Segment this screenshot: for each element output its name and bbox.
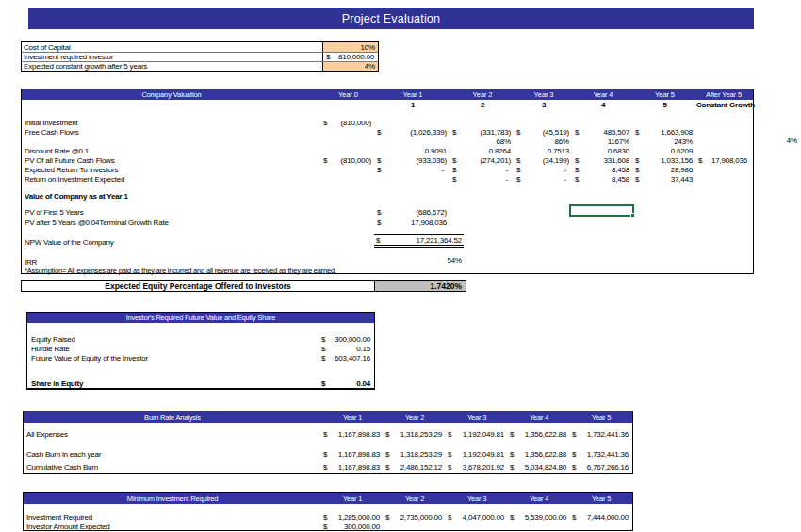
pv-y4-cell[interactable]: $331,608 xyxy=(573,156,633,165)
equity-raised-cell[interactable]: $300,000.00 xyxy=(319,335,374,344)
all-expenses-y5-cell[interactable]: $1,732,441.36 xyxy=(570,430,632,439)
growth-after-5y-cell[interactable]: 4% xyxy=(322,62,378,71)
discount-y1-cell[interactable]: 0.9091 xyxy=(375,147,450,155)
cumulative-y3-cell[interactable]: $3,678,201.92 xyxy=(446,463,508,472)
discount-y3-cell[interactable]: 0.7513 xyxy=(515,147,573,155)
roi-y2-cell[interactable]: $- xyxy=(450,175,515,184)
growth-percent-row: 68% 86% 1167% 243% xyxy=(22,137,753,146)
all-expenses-y3-cell[interactable]: $1,192,049.81 xyxy=(446,430,508,439)
pv-first5-cell[interactable]: $(686,672) xyxy=(375,208,450,217)
growth-pct-y5-cell[interactable]: 243% xyxy=(633,137,696,146)
currency-symbol: $ xyxy=(377,166,381,174)
cash-burn-y2-cell[interactable]: $1,318,253.29 xyxy=(384,450,446,459)
cumulative-y4-cell[interactable]: $5,034,824.80 xyxy=(508,463,570,472)
irr-value-cell[interactable]: 54% xyxy=(377,256,462,265)
inv-required-y2-cell[interactable]: $2,735,000.00 xyxy=(384,513,446,522)
exp-return-y3-cell[interactable]: $- xyxy=(515,166,573,174)
investment-required-cell[interactable]: $ 810,000.00 xyxy=(322,53,378,61)
inv-required-y1-cell[interactable]: $1,285,000.00 xyxy=(321,513,384,522)
growth-pct-y2-cell[interactable]: 68% xyxy=(450,137,515,146)
exp-return-y4-cell[interactable]: $8,458 xyxy=(573,166,633,174)
equity-offer-value-cell[interactable]: 1.7420% xyxy=(374,281,466,291)
min-investment-header-row: Minimum Investment Required Year 1 Year … xyxy=(24,493,632,504)
all-expenses-y4-cell[interactable]: $1,356,622.88 xyxy=(508,430,570,439)
pv-y0-cell[interactable]: $(810,000) xyxy=(321,156,375,165)
cash-burn-y4-cell[interactable]: $1,356,622.88 xyxy=(508,450,570,459)
share-in-equity-cell[interactable]: $0.04 xyxy=(319,379,374,388)
equity-offer-strip: Expected Equity Percentage Offered to In… xyxy=(21,280,466,292)
growth-pct-y4-cell[interactable]: 1167% xyxy=(573,137,633,146)
fcf-y4-cell[interactable]: $485,507 xyxy=(573,128,633,137)
fcf-y5-cell[interactable]: $1,663,908 xyxy=(633,128,696,137)
exp-return-y5-cell[interactable]: $28,986 xyxy=(633,166,696,174)
pv-after-y5-cell[interactable]: $17,908,036 xyxy=(696,156,751,165)
col-year1: Year 1 xyxy=(375,90,450,99)
discount-y2-cell[interactable]: 0.8264 xyxy=(450,147,515,155)
cumulative-y1-cell[interactable]: $1,167,898.83 xyxy=(321,463,384,472)
fcf-y1-cell[interactable]: $(1,026,339) xyxy=(375,128,450,137)
currency-symbol: $ xyxy=(385,513,389,522)
discount-y5-cell[interactable]: 0.6209 xyxy=(633,147,696,155)
col-year5: Year 5 xyxy=(570,494,632,503)
pv-y3-cell[interactable]: $(34,199) xyxy=(515,156,573,165)
cash-burn-y1-cell[interactable]: $1,167,898.83 xyxy=(321,450,384,459)
spacer xyxy=(22,184,753,191)
row-label: PV Of all Future Cash Flows xyxy=(22,156,321,165)
inv-required-y5-cell[interactable]: $7,444,000.00 xyxy=(570,513,632,522)
col-year5: Year 5 xyxy=(633,90,696,99)
cash-burn-y5-cell[interactable]: $1,732,441.36 xyxy=(570,450,632,459)
all-expenses-y2-cell[interactable]: $1,318,253.29 xyxy=(384,430,446,439)
exp-return-y1-cell[interactable]: $- xyxy=(375,166,450,174)
currency-symbol: $ xyxy=(575,128,579,137)
currency-symbol: $ xyxy=(385,430,389,439)
inv-required-y4-cell[interactable]: $5,539,000.00 xyxy=(508,513,570,522)
currency-symbol: $ xyxy=(575,175,579,184)
all-expenses-y1-cell[interactable]: $1,167,898.83 xyxy=(321,430,384,439)
pv-y1-cell[interactable]: $(933,036) xyxy=(375,156,450,165)
npw-value-cell[interactable]: $ 17,221,364.52 xyxy=(374,234,464,248)
initial-investment-y0-cell[interactable]: $ (810,000) xyxy=(321,119,375,127)
pv-y5-cell[interactable]: $1,033,156 xyxy=(633,156,696,165)
pv-after5-cell[interactable]: $17,908,036 xyxy=(375,218,450,227)
year2-number: 2 xyxy=(450,101,515,109)
row-label: Initial Investment xyxy=(22,119,321,127)
future-value-cell[interactable]: $603,407.16 xyxy=(319,354,374,363)
fill-handle[interactable] xyxy=(630,213,635,218)
row-label: Equity Raised xyxy=(27,335,319,344)
col-year4: Year 4 xyxy=(508,494,570,503)
after-year5-growth-pct-cell[interactable]: 4% xyxy=(754,137,797,145)
inv-required-y3-cell[interactable]: $4,047,000.00 xyxy=(446,513,508,522)
assumption-note-row: *Assumption= All expenses are paid as th… xyxy=(22,266,753,275)
roi-y3-cell[interactable]: $- xyxy=(515,175,573,184)
fcf-y2-cell[interactable]: $(331,783) xyxy=(450,128,515,137)
row-label: Investor Amount Expected xyxy=(24,523,321,531)
cash-burn-y3-cell[interactable]: $1,192,049.81 xyxy=(446,450,508,459)
hurdle-rate-cell[interactable]: $0.15 xyxy=(319,345,374,353)
row-label: Cumulative Cash Burn xyxy=(24,463,321,472)
cumulative-y5-cell[interactable]: $6,767,266.16 xyxy=(570,463,632,472)
currency-symbol: $ xyxy=(516,166,520,174)
pv-y2-cell[interactable]: $(274,201) xyxy=(450,156,515,165)
row-label: PV of First 5 Years xyxy=(22,208,321,217)
currency-symbol: $ xyxy=(516,175,520,184)
investor-amount-y1-cell[interactable]: $300,000.00 xyxy=(321,523,384,531)
year5-number: 5 xyxy=(633,101,696,109)
table-row: Cost of Capital 10% xyxy=(22,42,378,52)
roi-y5-cell[interactable]: $37,443 xyxy=(633,175,696,184)
currency-symbol: $ xyxy=(572,450,576,459)
fcf-y3-cell[interactable]: $(45,519) xyxy=(515,128,573,137)
discount-y4-cell[interactable]: 0.6830 xyxy=(573,147,633,155)
selected-cell[interactable] xyxy=(569,204,634,217)
assumptions-table: Cost of Capital 10% Investment required … xyxy=(21,41,379,72)
col-year2: Year 2 xyxy=(450,90,515,99)
exp-return-y2-cell[interactable]: $- xyxy=(450,166,515,174)
cumulative-y2-cell[interactable]: $2,486,152.12 xyxy=(384,463,446,472)
valuation-header-row: Company Valuation Year 0 Year 1 Year 2 Y… xyxy=(22,89,753,100)
growth-pct-y3-cell[interactable]: 86% xyxy=(515,137,573,146)
currency-symbol: $ xyxy=(448,450,451,459)
col-year3: Year 3 xyxy=(446,494,508,503)
cost-of-capital-cell[interactable]: 10% xyxy=(322,42,378,52)
min-investment-title: Minimum Investment Required xyxy=(24,494,321,503)
roi-y4-cell[interactable]: $8,458 xyxy=(573,175,633,184)
currency-symbol: $ xyxy=(510,450,514,459)
